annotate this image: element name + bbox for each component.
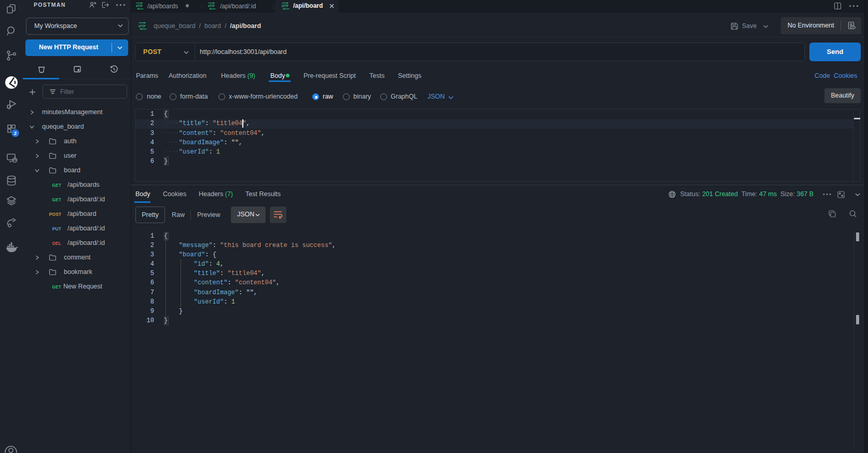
svg-text:HTTP: HTTP [208, 4, 215, 8]
svg-text:HTTP: HTTP [282, 4, 288, 8]
svg-text:HTTP: HTTP [136, 4, 143, 8]
svg-text:HTTP: HTTP [139, 24, 145, 28]
